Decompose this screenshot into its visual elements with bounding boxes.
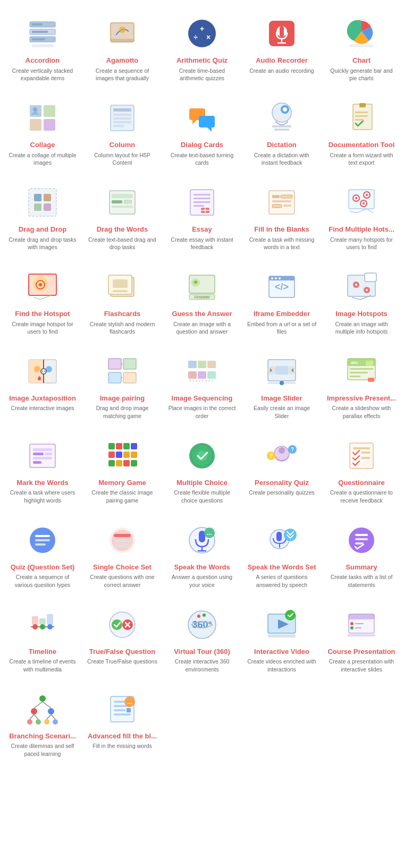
svg-rect-50 <box>34 203 41 211</box>
card-desc-quiz-set: Create a sequence of various question ty… <box>7 573 78 589</box>
drag-drop-icon <box>24 184 61 221</box>
image-slider-icon <box>263 353 300 390</box>
card-find-hotspot[interactable]: Find Multiple Hots... Create many hotspo… <box>322 174 401 259</box>
card-desc-timeline: Create a timeline of events with multime… <box>7 658 78 673</box>
card-dialog-cards[interactable]: Dialog Cards Create text-based turning c… <box>162 90 242 174</box>
card-branching[interactable]: Branching Scenari... Create dilemmas and… <box>3 681 82 765</box>
accordion-icon <box>24 15 61 52</box>
card-image-slider[interactable]: Image Slider Easily create an image Slid… <box>242 343 322 428</box>
card-desc-dictation: Create a dictation with instant feedback <box>246 151 317 167</box>
card-course-presentation[interactable]: Course Presentation Create a presentatio… <box>322 597 401 681</box>
card-advanced-fill[interactable]: ... Advanced fill the bl... Fill in the … <box>82 681 162 765</box>
svg-rect-175 <box>114 534 131 537</box>
personality-quiz-icon: ? ? <box>263 437 300 474</box>
speak-words-icon: ... <box>183 522 221 559</box>
svg-rect-211 <box>268 634 296 637</box>
svg-point-193 <box>32 624 38 629</box>
svg-point-219 <box>39 695 46 702</box>
svg-point-77 <box>363 202 365 205</box>
svg-rect-120 <box>198 371 206 379</box>
svg-rect-113 <box>123 372 136 383</box>
svg-rect-185 <box>276 532 282 541</box>
card-essay[interactable]: Essay Create essay with instant feedback <box>162 174 242 259</box>
card-speak-words[interactable]: ... Speak the Words Answer a question us… <box>162 512 242 597</box>
card-title-chart: Chart <box>352 56 371 65</box>
card-virtual-tour[interactable]: 360° Virtual Tour (360) Create interacti… <box>162 597 242 681</box>
card-agamotto[interactable]: Agamotto Create a sequence of images tha… <box>82 5 162 90</box>
card-personality-quiz[interactable]: ? ? Personality Quiz Create personality … <box>242 428 322 512</box>
advanced-fill-icon: ... <box>104 691 141 728</box>
card-mark-words[interactable]: Mark the Words Create a task where users… <box>3 428 82 512</box>
card-documentation[interactable]: Documentation Tool Create a form wizard … <box>322 90 401 174</box>
card-single-choice[interactable]: Single Choice Set Create questions with … <box>82 512 162 597</box>
svg-rect-116 <box>188 361 197 368</box>
card-image-juxtaposition[interactable]: Image Juxtaposition Create interactive i… <box>3 343 82 428</box>
card-find-the-hotspot[interactable]: Find the Hotspot Create image hotspot fo… <box>3 259 82 343</box>
column-icon <box>104 99 141 137</box>
svg-text:abc: abc <box>351 360 358 365</box>
card-summary[interactable]: Summary Create tasks with a list of stat… <box>322 512 401 597</box>
card-drag-drop[interactable]: Drag and Drop Create drag and drop tasks… <box>3 174 82 259</box>
svg-rect-135 <box>350 376 360 377</box>
svg-rect-51 <box>44 203 51 211</box>
svg-text:360°: 360° <box>192 619 212 630</box>
svg-rect-28 <box>113 108 131 112</box>
svg-rect-137 <box>368 378 374 382</box>
card-title-summary: Summary <box>346 563 377 572</box>
card-title-agamotto: Agamotto <box>106 56 139 65</box>
card-questionnaire[interactable]: Questionnaire Create a questionnaire to … <box>322 428 401 512</box>
card-dictation[interactable]: Dictation Create a dictation with instan… <box>242 90 322 174</box>
svg-rect-111 <box>123 359 136 369</box>
card-title-mark-words: Mark the Words <box>16 479 68 487</box>
card-column[interactable]: Column Column layout for H5P Content <box>82 90 162 174</box>
card-image-sequencing[interactable]: Image Sequencing Place images in the cor… <box>162 343 242 428</box>
card-desc-speak-words: Answer a question using your voice <box>166 573 238 589</box>
card-chart[interactable]: Chart Quickly generate bar and pie chart… <box>322 5 401 90</box>
card-fill-blanks[interactable]: Fill in the Blanks Create a task with mi… <box>242 174 322 259</box>
essay-icon <box>183 184 221 221</box>
card-desc-branching: Create dilemmas and self paced learning <box>7 742 78 758</box>
card-guess-answer[interactable]: Answer Guess the Answer Create an image … <box>162 259 242 343</box>
card-speak-words-set[interactable]: Speak the Words Set A series of question… <box>242 512 322 597</box>
svg-point-102 <box>366 289 368 291</box>
card-desc-virtual-tour: Create interactive 360 environments <box>166 658 238 673</box>
card-title-speak-words: Speak the Words <box>174 563 230 572</box>
svg-rect-4 <box>32 23 43 25</box>
card-arithmetic-quiz[interactable]: + ÷ × Arithmetic Quiz Create time-based … <box>162 5 242 90</box>
card-iframe[interactable]: </> Iframe Embedder Embed from a url or … <box>242 259 322 343</box>
card-image-hotspots[interactable]: Image Hotspots Create an image with mult… <box>322 259 401 343</box>
svg-rect-167 <box>361 452 370 454</box>
svg-rect-190 <box>355 538 368 540</box>
card-desc-collage: Create a collage of multiple images <box>7 151 78 167</box>
svg-text:...: ... <box>207 529 212 537</box>
card-timeline[interactable]: Timeline Create a timeline of events wit… <box>3 597 82 681</box>
svg-point-73 <box>355 197 357 199</box>
svg-rect-139 <box>33 448 52 451</box>
svg-text:</>: </> <box>275 282 289 292</box>
card-truefalse[interactable]: True/False Question Create True/False qu… <box>82 597 162 681</box>
svg-rect-46 <box>355 119 364 121</box>
drag-words-icon <box>104 184 141 221</box>
card-desc-personality-quiz: Create personality quizzes <box>249 489 315 497</box>
card-multiple-choice[interactable]: Multiple Choice Create flexible multiple… <box>162 428 242 512</box>
card-interactive-video[interactable]: Interactive Video Create videos enriched… <box>242 597 322 681</box>
card-image-pairing[interactable]: Image pairing Drag and drop image matchi… <box>82 343 162 428</box>
card-flashcards[interactable]: Flashcards Create stylish and modern fla… <box>82 259 162 343</box>
svg-rect-44 <box>355 112 368 113</box>
card-audio-recorder[interactable]: Audio Recorder Create an audio recording <box>242 5 322 90</box>
arithmetic-quiz-icon: + ÷ × <box>183 15 221 52</box>
card-title-drag-words: Drag the Words <box>97 225 148 234</box>
svg-text:?: ? <box>270 453 273 459</box>
card-title-dictation: Dictation <box>267 141 297 149</box>
svg-rect-138 <box>30 444 55 467</box>
svg-line-227 <box>43 702 51 708</box>
card-impressive[interactable]: abc Impressive Present... Create a slide… <box>322 343 401 428</box>
card-drag-words[interactable]: Drag the Words Create text-based drag an… <box>82 174 162 259</box>
card-desc-image-hotspots: Create an image with multiple info hotsp… <box>326 320 397 336</box>
svg-point-206 <box>197 615 200 618</box>
svg-rect-117 <box>198 361 206 368</box>
card-memory-game[interactable]: Memory Game Create the classic image pai… <box>82 428 162 512</box>
card-collage[interactable]: Collage Create a collage of multiple ima… <box>3 90 82 174</box>
card-accordion[interactable]: Accordion Create vertically stacked expa… <box>3 5 82 90</box>
card-quiz-set[interactable]: Quiz (Question Set) Create a sequence of… <box>3 512 82 597</box>
